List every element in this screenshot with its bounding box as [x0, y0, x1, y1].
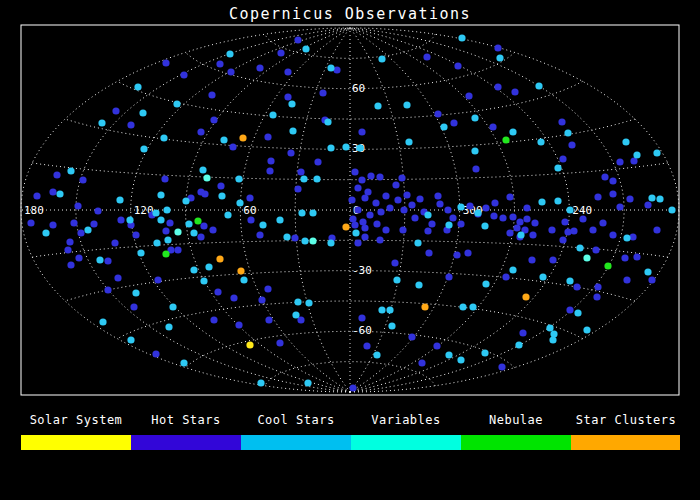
data-point — [294, 298, 301, 305]
latitude-tick-label: -30 — [352, 264, 372, 277]
data-point — [574, 309, 581, 316]
data-point — [579, 215, 586, 222]
data-point — [182, 197, 189, 204]
data-point — [531, 219, 538, 226]
data-point — [49, 221, 56, 228]
data-point — [205, 263, 212, 270]
data-point — [247, 216, 254, 223]
data-point — [114, 274, 121, 281]
latitude-tick-label: -60 — [352, 324, 372, 337]
data-point — [481, 349, 488, 356]
data-point — [471, 114, 478, 121]
data-point — [216, 60, 223, 67]
data-point — [354, 206, 361, 213]
data-point — [517, 231, 524, 238]
data-point — [472, 165, 479, 172]
data-point — [246, 341, 253, 348]
data-point — [67, 261, 74, 268]
data-point — [424, 211, 431, 218]
data-point — [294, 185, 301, 192]
data-point — [399, 226, 406, 233]
data-point — [377, 208, 384, 215]
data-point — [481, 222, 488, 229]
data-point — [351, 168, 358, 175]
data-point — [199, 166, 206, 173]
data-point — [208, 91, 215, 98]
data-point — [140, 145, 147, 152]
data-point — [230, 294, 237, 301]
data-point — [264, 285, 271, 292]
data-point — [70, 219, 77, 226]
data-point — [269, 111, 276, 118]
data-point — [549, 256, 556, 263]
data-point — [609, 190, 616, 197]
legend-label-hot-stars: Hot Stars — [151, 413, 221, 427]
data-point — [201, 190, 208, 197]
data-point — [549, 336, 556, 343]
data-point — [378, 306, 385, 313]
data-point — [79, 176, 86, 183]
data-point — [359, 218, 366, 225]
data-point — [302, 45, 309, 52]
data-point — [291, 234, 298, 241]
data-point — [465, 92, 472, 99]
data-point — [352, 229, 359, 236]
data-point — [376, 173, 383, 180]
latitude-tick-label: 60 — [352, 82, 365, 95]
data-point — [157, 191, 164, 198]
data-point — [90, 220, 97, 227]
data-point — [300, 175, 307, 182]
data-point — [319, 89, 326, 96]
data-point — [440, 123, 447, 130]
data-point — [622, 138, 629, 145]
data-point — [214, 288, 221, 295]
data-point — [499, 214, 506, 221]
data-point — [116, 196, 123, 203]
data-point — [139, 109, 146, 116]
data-point — [169, 303, 176, 310]
data-point — [284, 68, 291, 75]
data-point — [246, 194, 253, 201]
data-point — [96, 256, 103, 263]
data-point — [604, 262, 611, 269]
data-point — [515, 341, 522, 348]
data-point — [134, 83, 141, 90]
data-point — [297, 168, 304, 175]
data-point — [284, 93, 291, 100]
data-point — [367, 172, 374, 179]
data-point — [457, 203, 464, 210]
data-point — [594, 283, 601, 290]
meridian-line — [240, 28, 350, 392]
data-point — [162, 250, 169, 257]
data-point — [583, 254, 590, 261]
data-point — [265, 316, 272, 323]
data-point — [117, 216, 124, 223]
data-point — [445, 273, 452, 280]
data-point — [363, 342, 370, 349]
data-point — [327, 64, 334, 71]
data-point — [459, 303, 466, 310]
data-point — [305, 299, 312, 306]
data-point — [327, 239, 334, 246]
data-point — [301, 237, 308, 244]
data-point — [374, 102, 381, 109]
data-point — [593, 293, 600, 300]
data-point — [554, 164, 561, 171]
data-point — [313, 175, 320, 182]
data-point — [203, 174, 210, 181]
data-point — [163, 206, 170, 213]
data-point — [537, 138, 544, 145]
data-point — [428, 220, 435, 227]
data-point — [153, 239, 160, 246]
data-point — [573, 283, 580, 290]
data-point — [457, 220, 464, 227]
legend-label-cool-stars: Cool Stars — [257, 413, 334, 427]
data-point — [494, 44, 501, 51]
data-point — [236, 199, 243, 206]
data-point — [522, 293, 529, 300]
data-point — [64, 246, 71, 253]
data-point — [539, 273, 546, 280]
data-point — [358, 314, 365, 321]
data-point — [458, 34, 465, 41]
data-point — [392, 181, 399, 188]
